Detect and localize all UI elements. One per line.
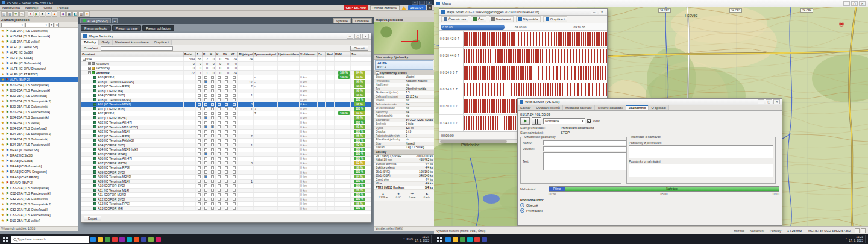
- ws-tab-metadata-scénáře[interactable]: Metadata scénáře: [563, 105, 595, 110]
- play-button[interactable]: [520, 117, 530, 125]
- row-checkbox[interactable]: [218, 148, 221, 151]
- row-checkbox[interactable]: [204, 143, 207, 146]
- filter-combo-1[interactable]: ▾: [1, 23, 24, 27]
- row-checkbox[interactable]: [218, 107, 221, 110]
- sidebar-unit-alf1[interactable]: ★⚑ALF1 [IC veliteľ SB]: [0, 44, 78, 49]
- row-checkbox[interactable]: [233, 121, 236, 124]
- column-header-7[interactable]: KZ: [230, 52, 238, 57]
- logger-row-timeline[interactable]: [464, 31, 607, 47]
- row-checkbox[interactable]: [204, 89, 207, 92]
- row-checkbox[interactable]: [204, 161, 207, 164]
- row-checkbox[interactable]: [233, 152, 236, 155]
- toolbar-icon-3[interactable]: ✎: [19, 11, 25, 17]
- toolbar-icon-13[interactable]: ★: [84, 11, 90, 17]
- record-overview-button[interactable]: Prehľad záznamu: [370, 5, 400, 10]
- row-checkbox[interactable]: [211, 143, 214, 146]
- row-checkbox[interactable]: [204, 130, 207, 133]
- row-checkbox[interactable]: [218, 112, 221, 115]
- row-checkbox[interactable]: [204, 94, 207, 97]
- table-unit-row[interactable]: A09 [IC Terorista M249]0 km94 %: [81, 175, 371, 180]
- row-checkbox[interactable]: [233, 130, 236, 133]
- row-checkbox[interactable]: [198, 184, 201, 187]
- taskbar-search[interactable]: Type here to search: [11, 236, 89, 243]
- row-checkbox[interactable]: [198, 139, 201, 142]
- sidebar-unit-bra1[interactable]: ★⚑BRA1 [IC veliteľ SB]: [0, 147, 78, 152]
- row-checkbox[interactable]: [211, 130, 214, 133]
- row-checkbox[interactable]: [218, 202, 221, 205]
- taskbar-app-icon-9[interactable]: [156, 237, 161, 242]
- row-checkbox[interactable]: [211, 170, 214, 174]
- map-scale[interactable]: 1 : 25 000: [784, 229, 805, 233]
- menu-item-okno[interactable]: Okno: [43, 6, 53, 10]
- logger-tool-časová-osa[interactable]: Časová osa: [441, 16, 468, 22]
- close-button[interactable]: ✕: [773, 99, 780, 104]
- detail-expander-přehrávání[interactable]: +Přehrávání: [520, 208, 779, 213]
- row-checkbox[interactable]: [211, 152, 214, 155]
- toolbar-icon-5[interactable]: ▶: [34, 11, 39, 17]
- move-button-1[interactable]: Presun po trase: [112, 25, 142, 31]
- info-listbox-0[interactable]: [629, 145, 773, 158]
- minimize-button[interactable]: ─: [591, 10, 597, 14]
- row-checkbox[interactable]: [198, 85, 201, 88]
- row-checkbox[interactable]: [225, 85, 228, 88]
- row-checkbox[interactable]: [204, 121, 207, 124]
- row-checkbox[interactable]: [198, 80, 201, 83]
- row-checkbox[interactable]: [233, 89, 236, 92]
- row-checkbox[interactable]: [233, 189, 236, 192]
- taskbar-app-icon-5[interactable]: [482, 237, 487, 242]
- table-unit-row[interactable]: A02 [EXP-1]70 km100 %84 %: [81, 111, 371, 116]
- map-overview-thumbnail[interactable]: [374, 22, 434, 55]
- speed-select[interactable]: Normálně: [543, 118, 585, 124]
- row-checkbox[interactable]: [204, 125, 207, 128]
- taskbar-app-icon-4[interactable]: [119, 237, 125, 242]
- sidebar-unit-d10-28a[interactable]: ★⚑D10-28A [TLS veliteľ]: [0, 217, 78, 223]
- row-checkbox[interactable]: [225, 198, 228, 201]
- row-checkbox[interactable]: [211, 207, 214, 210]
- row-checkbox[interactable]: [218, 143, 221, 146]
- taskbar-app-icon-2[interactable]: [105, 237, 110, 242]
- table-unit-row[interactable]: A04 [COFOR SVD]10 km92 %: [81, 143, 371, 148]
- row-checkbox[interactable]: [211, 175, 214, 178]
- row-checkbox[interactable]: [233, 175, 236, 178]
- table-unit-row[interactable]: A03 [IC Terorista FAMAS]17-0 km96 %: [81, 80, 371, 85]
- row-checkbox[interactable]: [211, 125, 214, 128]
- sidebar-unit-alf5[interactable]: ★⚑ALF5 [IC OPU Dragunov]: [0, 66, 78, 71]
- row-checkbox[interactable]: [225, 112, 228, 115]
- statusbar-button-nastavení[interactable]: Nastavení: [747, 228, 767, 234]
- row-checkbox[interactable]: [233, 166, 236, 169]
- row-checkbox[interactable]: [211, 121, 214, 124]
- row-checkbox[interactable]: [211, 112, 214, 115]
- tray-language[interactable]: ENG: [407, 238, 413, 241]
- sidebar-unit-b20-25a[interactable]: ★⚑B20-25A [TLS Ostreľovač]: [0, 93, 78, 98]
- column-header-13[interactable]: Med: [326, 52, 335, 57]
- row-checkbox[interactable]: [233, 103, 236, 106]
- logger-row-timeline[interactable]: [464, 48, 607, 64]
- column-header-8[interactable]: Přijaté pož.: [238, 52, 254, 57]
- row-checkbox[interactable]: [233, 125, 236, 128]
- sound-checkbox[interactable]: [587, 119, 591, 123]
- row-checkbox[interactable]: [225, 94, 228, 97]
- row-checkbox[interactable]: [218, 170, 221, 174]
- row-checkbox[interactable]: [198, 170, 201, 174]
- row-checkbox[interactable]: [225, 121, 228, 124]
- row-checkbox[interactable]: [225, 175, 228, 178]
- maximize-button[interactable]: ▢: [851, 1, 858, 6]
- toolbar-icon-11[interactable]: ◧: [72, 11, 78, 17]
- collapse-icon[interactable]: −: [83, 58, 86, 61]
- filter-combo-2[interactable]: ▾: [25, 23, 48, 27]
- toolbar-icon-9[interactable]: ◆: [60, 11, 66, 17]
- row-checkbox[interactable]: [204, 175, 207, 178]
- row-checkbox[interactable]: [225, 161, 228, 164]
- row-checkbox[interactable]: [233, 161, 236, 164]
- row-checkbox[interactable]: [204, 76, 207, 79]
- table-group-protivník[interactable]: −Protivník721100024100 %84 %: [81, 71, 371, 76]
- row-checkbox[interactable]: [225, 134, 228, 137]
- ws-tab-o-aplikaci[interactable]: O aplikaci: [649, 105, 668, 110]
- collapse-icon[interactable]: −: [376, 71, 379, 75]
- row-checkbox[interactable]: [225, 103, 228, 106]
- row-checkbox[interactable]: [211, 157, 214, 160]
- row-checkbox[interactable]: [204, 170, 207, 174]
- row-checkbox[interactable]: [218, 76, 221, 79]
- toolbar-icon-4[interactable]: ●: [28, 11, 33, 17]
- table-unit-row[interactable]: A03 [EXP-1]-0 km100 %84 %: [81, 75, 371, 80]
